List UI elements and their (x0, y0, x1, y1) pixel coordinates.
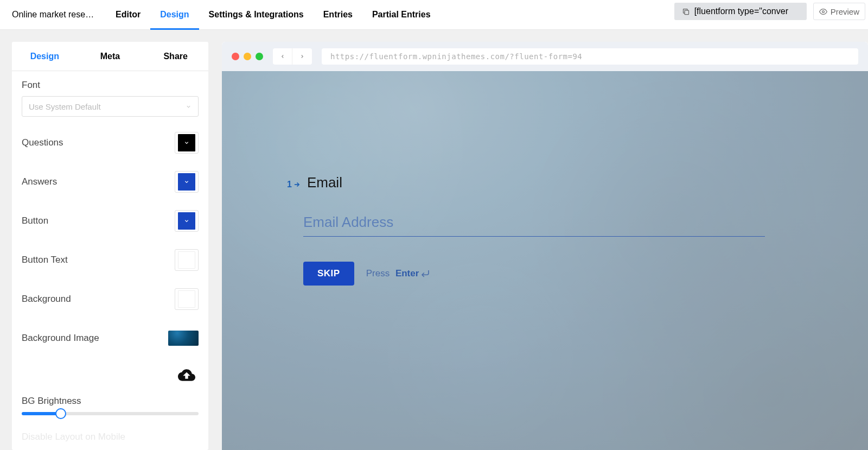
question-header: 1 Email (287, 174, 835, 191)
traffic-light-yellow (244, 53, 251, 60)
hint-prefix: Press (366, 268, 390, 279)
bg-brightness-label: BG Brightness (22, 396, 199, 407)
form-step: 1 Email SKIP Press Enter (287, 174, 835, 286)
upload-row (22, 366, 199, 384)
tab-design[interactable]: Design (150, 0, 199, 30)
top-right-actions: [fluentform type="conver Preview (674, 3, 865, 20)
traffic-lights (232, 53, 263, 60)
form-title[interactable]: Online market rese… (12, 10, 101, 20)
answers-color-picker[interactable] (175, 171, 199, 193)
questions-label: Questions (22, 137, 63, 148)
questions-color-picker[interactable] (175, 132, 199, 154)
svg-point-1 (822, 10, 824, 12)
button-text-swatch (178, 251, 195, 269)
browser-frame: https://fluentform.wpninjathemes.com/?fl… (222, 42, 868, 450)
bg-brightness-slider[interactable] (22, 412, 199, 415)
question-number: 1 (287, 180, 301, 189)
nav-forward-button[interactable] (292, 48, 312, 65)
copy-icon (682, 8, 690, 16)
email-input[interactable] (303, 214, 765, 237)
preview-area: https://fluentform.wpninjathemes.com/?fl… (208, 42, 868, 450)
color-row-background: Background (22, 288, 199, 310)
sidebar-tab-design[interactable]: Design (12, 42, 78, 71)
font-select-placeholder: Use System Default (29, 102, 101, 111)
button-swatch (178, 212, 195, 230)
chevron-down-icon (184, 140, 190, 146)
svg-rect-0 (685, 10, 689, 15)
hint-key: Enter (395, 268, 419, 279)
button-color-picker[interactable] (175, 210, 199, 232)
tab-partial-entries[interactable]: Partial Entries (362, 0, 441, 30)
preview-label: Preview (831, 7, 859, 16)
eye-icon (819, 8, 827, 16)
background-swatch (178, 290, 195, 308)
sidebar-tab-share[interactable]: Share (143, 42, 208, 71)
background-color-picker[interactable] (175, 288, 199, 310)
top-navigation: Online market rese… Editor Design Settin… (0, 0, 868, 30)
chevron-down-icon (186, 104, 192, 110)
tab-settings-integrations[interactable]: Settings & Integrations (199, 0, 314, 30)
body-area: Design Meta Share Font Use System Defaul… (0, 30, 868, 450)
traffic-light-green (256, 53, 263, 60)
chevron-down-icon (184, 179, 190, 185)
color-row-answers: Answers (22, 171, 199, 193)
font-select[interactable]: Use System Default (22, 96, 199, 117)
disable-layout-label: Disable Layout on Mobile (22, 432, 199, 442)
shortcode-text: [fluentform type="conver (694, 7, 788, 16)
form-viewport: 1 Email SKIP Press Enter (222, 71, 868, 450)
font-label: Font (22, 80, 199, 91)
main-tabs: Editor Design Settings & Integrations En… (106, 0, 441, 30)
sidebar-tabs: Design Meta Share (12, 42, 208, 71)
arrow-right-icon (293, 181, 301, 188)
question-number-value: 1 (287, 180, 292, 189)
nav-back-button[interactable] (273, 48, 292, 65)
color-row-button: Button (22, 210, 199, 232)
button-text-label: Button Text (22, 255, 68, 265)
color-row-button-text: Button Text (22, 249, 199, 271)
bg-image-label: Background Image (22, 333, 99, 344)
question-label: Email (307, 174, 342, 191)
traffic-light-red (232, 53, 239, 60)
slider-handle[interactable] (55, 408, 66, 419)
design-sidebar: Design Meta Share Font Use System Defaul… (12, 42, 208, 450)
bg-image-row: Background Image (22, 327, 199, 349)
url-bar[interactable]: https://fluentform.wpninjathemes.com/?fl… (322, 48, 858, 65)
enter-hint: Press Enter (366, 268, 431, 279)
button-text-color-picker[interactable] (175, 249, 199, 271)
button-label: Button (22, 216, 48, 226)
tab-entries[interactable]: Entries (314, 0, 362, 30)
answers-label: Answers (22, 176, 57, 187)
shortcode-chip[interactable]: [fluentform type="conver (674, 3, 807, 20)
tab-editor[interactable]: Editor (106, 0, 150, 30)
enter-key-icon (420, 269, 430, 278)
chevron-down-icon (184, 218, 190, 224)
slider-track (22, 412, 199, 415)
background-label: Background (22, 294, 71, 305)
preview-button[interactable]: Preview (813, 3, 865, 20)
action-row: SKIP Press Enter (303, 262, 835, 286)
color-row-questions: Questions (22, 132, 199, 154)
questions-swatch (178, 134, 195, 151)
bg-image-thumbnail[interactable] (168, 331, 199, 346)
skip-button[interactable]: SKIP (303, 262, 354, 286)
sidebar-body: Font Use System Default Questions Answer… (12, 71, 208, 450)
browser-chrome: https://fluentform.wpninjathemes.com/?fl… (222, 42, 868, 71)
answers-swatch (178, 173, 195, 191)
sidebar-tab-meta[interactable]: Meta (78, 42, 143, 71)
upload-button[interactable] (175, 366, 199, 384)
nav-buttons (273, 48, 312, 65)
